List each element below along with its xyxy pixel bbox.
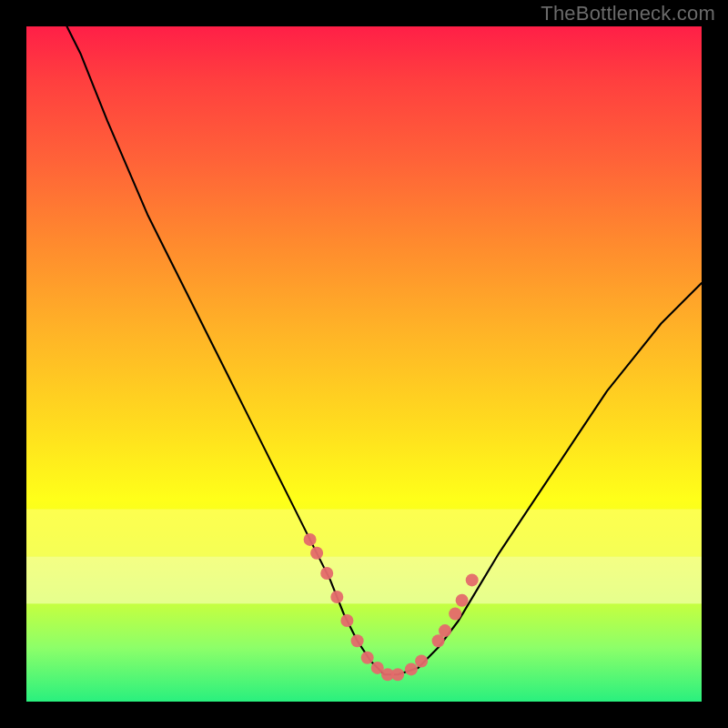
curve-marker bbox=[391, 668, 404, 681]
curve-marker bbox=[320, 567, 333, 580]
curve-marker bbox=[415, 655, 428, 668]
curve-marker bbox=[351, 634, 364, 647]
chart-frame: TheBottleneck.com bbox=[0, 0, 728, 728]
chart-svg bbox=[26, 26, 702, 702]
attribution-label: TheBottleneck.com bbox=[541, 2, 715, 25]
haze-band-lower bbox=[26, 557, 702, 604]
curve-marker bbox=[405, 662, 418, 675]
plot-area bbox=[26, 26, 702, 702]
curve-marker bbox=[361, 652, 374, 664]
curve-marker bbox=[330, 591, 343, 603]
curve-marker bbox=[340, 614, 353, 627]
curve-marker bbox=[304, 533, 317, 546]
haze-band-upper bbox=[26, 510, 702, 557]
curve-marker bbox=[456, 594, 469, 607]
curve-marker bbox=[310, 547, 323, 560]
curve-marker bbox=[449, 608, 461, 621]
curve-marker bbox=[466, 573, 479, 586]
curve-marker bbox=[439, 624, 451, 637]
haze-bands bbox=[26, 510, 702, 604]
